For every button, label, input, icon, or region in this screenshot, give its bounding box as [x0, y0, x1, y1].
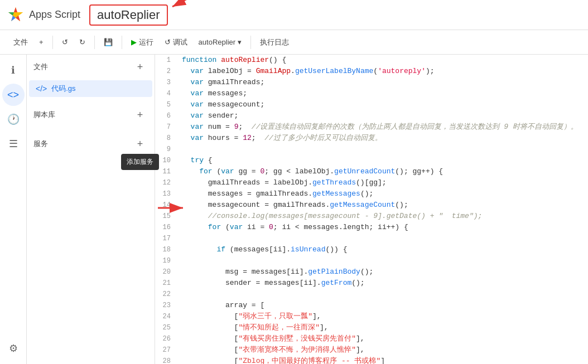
- undo-button[interactable]: ↺: [57, 36, 73, 48]
- table-row: 12 gmailThreads = labelObj.getThreads()[…: [155, 177, 588, 188]
- table-row: 20 msg = messages[ii].getPlainBody();: [155, 266, 588, 278]
- debug-button[interactable]: ↺ 调试: [160, 35, 192, 50]
- file-menu-button[interactable]: 文件: [9, 35, 32, 50]
- annotation-arrow: [161, 0, 211, 11]
- logo-area: Apps Script: [7, 6, 80, 24]
- add-service-button[interactable]: +: [132, 136, 148, 152]
- log-label[interactable]: 执行日志: [256, 35, 293, 50]
- table-row: 23 array = [: [155, 300, 588, 311]
- table-row: 19: [155, 255, 588, 266]
- table-row: 8 var hours = 12; //过了多少小时后又可以自动回复。: [155, 133, 588, 144]
- services-header: 服务 + 添加服务: [27, 132, 155, 156]
- project-name-box[interactable]: autoReplier: [89, 4, 168, 26]
- sidebar-icon-triggers[interactable]: 🕐: [2, 108, 25, 130]
- add-file-button[interactable]: +: [132, 59, 148, 75]
- tooltip-add-service: 添加服务: [121, 154, 159, 170]
- libraries-header: 脚本库 +: [27, 103, 155, 127]
- table-row: 4 var messages;: [155, 88, 588, 99]
- divider-4: [250, 36, 251, 49]
- divider-3: [122, 36, 122, 49]
- code-table: 1 function autoReplier() { 2 var labelOb…: [155, 55, 588, 364]
- code-file-icon: </>: [36, 84, 47, 93]
- sidebar-icon-code[interactable]: <>: [2, 84, 25, 106]
- table-row: 6 var sender;: [155, 110, 588, 122]
- table-row: 18 if (messages[ii].isUnread()) {: [155, 244, 588, 255]
- save-button[interactable]: 💾: [99, 36, 117, 48]
- code-editor[interactable]: 1 function autoReplier() { 2 var labelOb…: [155, 55, 588, 364]
- sidebar-icons: ℹ <> 🕐 ☰ ⚙: [0, 55, 27, 364]
- undo-icon: ↺: [62, 38, 68, 46]
- add-library-button[interactable]: +: [132, 107, 148, 123]
- gear-icon: ⚙: [9, 342, 18, 355]
- sidebar-icon-info[interactable]: ℹ: [2, 59, 25, 81]
- svg-line-2: [172, 0, 206, 7]
- table-row: 3 var gmailThreads;: [155, 77, 588, 88]
- table-row: 25 ["情不知所起，一往而深"],: [155, 322, 588, 333]
- main-layout: ℹ <> 🕐 ☰ ⚙ 文件 + </> 代码.gs 脚本库 + 服务: [0, 55, 588, 364]
- debug-icon: ↺: [165, 38, 171, 46]
- plus-icon: +: [39, 38, 44, 46]
- run-button[interactable]: ▶ ▶ 运行 运行: [127, 35, 158, 50]
- table-row: 13 messages = gmailThreads.getMessages()…: [155, 188, 588, 200]
- table-row: 22: [155, 289, 588, 300]
- table-row: 15 //console.log(messages[messagecount -…: [155, 211, 588, 222]
- header: Apps Script autoReplier: [0, 0, 588, 30]
- table-row: 11 for (var gg = 0; gg < labelObj.getUnr…: [155, 166, 588, 177]
- chevron-down-icon: ▾: [238, 38, 242, 46]
- table-row: 2 var labelObj = GmailApp.getUserLabelBy…: [155, 66, 588, 77]
- table-row: 9: [155, 144, 588, 155]
- list-icon: ☰: [9, 138, 18, 150]
- files-header: 文件 +: [27, 55, 155, 79]
- table-row: 10 try {: [155, 155, 588, 166]
- table-row: 17: [155, 233, 588, 244]
- table-row: 5 var messagecount;: [155, 99, 588, 110]
- clock-icon: 🕐: [7, 113, 20, 125]
- save-icon: 💾: [104, 38, 113, 46]
- table-row: 28 ["Zblog，中国最好的博客程序 -- 书或棉"]: [155, 356, 588, 364]
- toolbar: 文件 + ↺ ↻ 💾 ▶ ▶ 运行 运行 ↺ 调试 autoReplier ▾ …: [0, 30, 588, 55]
- file-panel: 文件 + </> 代码.gs 脚本库 + 服务 + 添加服务: [27, 55, 155, 364]
- table-row: 7 var num = 9; //设置连续自动回复邮件的次数（为防止两人都是自动…: [155, 122, 588, 133]
- table-row: 14 messagecount = gmailThreads.getMessag…: [155, 200, 588, 211]
- table-row: 21 sender = messages[ii].getFrom();: [155, 278, 588, 289]
- project-name-label: autoReplier: [97, 8, 160, 22]
- table-row: 16 for (var ii = 0; ii < messages.length…: [155, 222, 588, 233]
- function-selector[interactable]: autoReplier ▾: [194, 36, 247, 48]
- add-file-button[interactable]: +: [35, 36, 48, 48]
- table-row: 24 ["弱水三千，只取一瓢"],: [155, 311, 588, 322]
- table-row: 27 ["衣带渐宽终不悔，为伊消得人憔悴"],: [155, 344, 588, 356]
- apps-script-logo: [7, 6, 25, 24]
- code-file-item[interactable]: </> 代码.gs: [29, 80, 152, 97]
- redo-button[interactable]: ↻: [75, 36, 90, 48]
- run-icon: ▶: [131, 38, 137, 46]
- divider-1: [52, 36, 53, 49]
- divider-2: [94, 36, 95, 49]
- table-row: 26 ["有钱买房住别墅，没钱买房先首付"],: [155, 333, 588, 344]
- table-row: 1 function autoReplier() {: [155, 55, 588, 66]
- tooltip-box: + 添加服务: [132, 136, 148, 152]
- app-name-label: Apps Script: [29, 9, 80, 21]
- sidebar-icon-settings[interactable]: ⚙: [2, 337, 25, 360]
- redo-icon: ↻: [79, 38, 85, 46]
- code-icon: <>: [7, 89, 19, 101]
- sidebar-icon-executions[interactable]: ☰: [2, 133, 25, 155]
